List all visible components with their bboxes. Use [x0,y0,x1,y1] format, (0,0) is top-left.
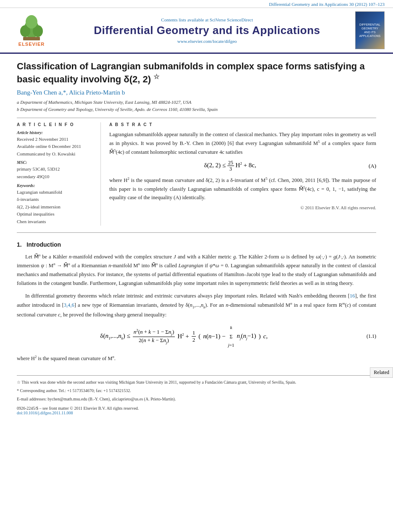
footnote-email: E-mail addresses: bychen@math.msu.edu (B… [17,396,376,403]
formula-A-label: (A) [351,163,376,169]
article-title: Classification of Lagrangian submanifold… [17,61,376,86]
article-info-column: A R T I C L E I N F O Article history: R… [17,122,101,226]
abstract-section: A B S T R A C T Lagrangian submanifolds … [109,122,376,226]
msc-primary: primary 53C40, 53D12 [17,166,94,173]
main-content: Classification of Lagrangian submanifold… [0,54,393,424]
footer-divider [17,375,376,376]
issn-line: 0926-2245/$ – see front matter © 2011 El… [17,406,376,411]
keyword-2: δ-invariants [17,196,94,203]
formula-A-math: δ(2, 2) ≤ 25 3 H2 + 8c, [109,156,351,176]
received-date: Received 2 November 2011 [17,136,94,143]
footnote-star: ☆ This work was done while the second au… [17,379,376,386]
article-info-heading: A R T I C L E I N F O [17,122,94,127]
journal-title: Differential Geometry and its Applicatio… [59,24,355,37]
affiliation-a: a Department of Mathematics, Michigan St… [17,99,376,106]
formula-1-1-label: (1.1) [351,333,376,340]
section1-para3: where H2 is the squared mean curvature o… [17,354,376,363]
journal-cover-image: DIFFERENTIALGEOMETRYAND ITSAPPLICATIONS [355,11,385,49]
formula-1-1-block: δ(n1,...,nk) ≤ n2(n + k − 1 − Σnj) 2(n +… [17,325,376,348]
keyword-5: Chen invariants [17,218,94,226]
elsevier-logo: ELSEVIER [8,14,55,47]
header-divider [17,118,376,118]
section1-para2: In differential geometry theorems which … [17,292,376,319]
journal-url[interactable]: www.elsevier.com/locate/difgeo [59,39,355,44]
keyword-4: Optimal inequalities [17,211,94,218]
available-date: Available online 6 December 2011 [17,143,94,150]
keyword-1: Lagrangian submanifold [17,189,94,196]
communicated-by: Communicated by O. Kowalski [17,150,94,158]
section-1-number: 1. [17,241,22,248]
journal-ref-bar: Differential Geometry and its Applicatio… [0,0,393,8]
journal-center: Contents lists available at SciVerse Sci… [59,17,355,44]
sciverse-link[interactable]: Contents lists available at SciVerse Sci… [59,17,355,22]
journal-cover-text: DIFFERENTIALGEOMETRYAND ITSAPPLICATIONS [358,21,382,40]
keywords-heading: Keywords: [17,183,94,188]
journal-ref-text: Differential Geometry and its Applicatio… [269,2,385,7]
keyword-3: δ(2, 2)-ideal immersion [17,203,94,211]
info-abstract-section: A R T I C L E I N F O Article history: R… [17,122,376,226]
section1-para1: Let M̃n be a Kähler n-manifold endowed w… [17,252,376,288]
msc-heading: MSC: [17,160,94,165]
journal-header: ELSEVIER Contents lists available at Sci… [0,8,393,54]
authors-line: Bang-Yen Chen a,*, Alicia Prieto-Martín … [17,89,376,96]
msc-secondary: secondary 49Q10 [17,173,94,181]
svg-rect-5 [23,37,40,40]
abstract-para2: where H2 is the squared mean curvature a… [109,176,376,202]
abstract-para1: Lagrangian submanifolds appear naturally… [109,130,376,156]
body-divider [17,232,376,233]
formula-A-block: δ(2, 2) ≤ 25 3 H2 + 8c, (A) [109,156,376,176]
doi-line[interactable]: doi:10.1016/j.difgeo.2011.11.008 [17,411,376,415]
abstract-heading: A B S T R A C T [109,122,376,127]
affiliations: a Department of Mathematics, Michigan St… [17,99,376,113]
affiliation-b: b Department of Geometry and Topology, U… [17,106,376,113]
section-1-heading: 1. Introduction [17,241,376,248]
title-star: ☆ [153,73,159,80]
svg-point-4 [26,15,37,29]
history-heading: Article history: [17,130,94,135]
footnote-corresponding: * Corresponding author. Tel.: +1 5173534… [17,387,376,394]
formula-1-1-math: δ(n1,...,nk) ≤ n2(n + k − 1 − Σnj) 2(n +… [17,325,351,348]
elsevier-text: ELSEVIER [18,42,45,47]
section-1-title: Introduction [26,241,61,248]
copyright-line: © 2011 Elsevier B.V. All rights reserved… [109,205,376,210]
related-tab[interactable]: Related [370,367,393,378]
